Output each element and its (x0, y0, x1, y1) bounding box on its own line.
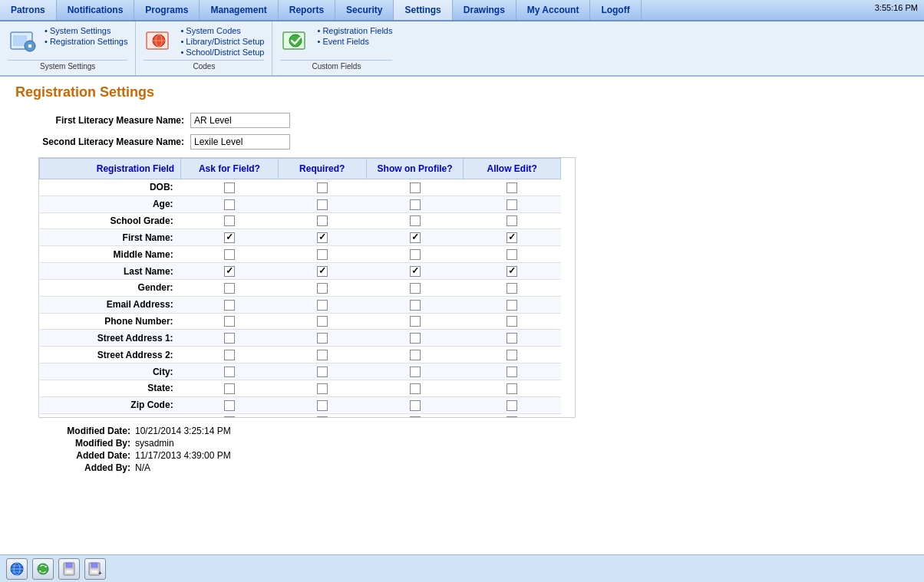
ask-checkbox[interactable] (224, 249, 235, 260)
show-checkbox[interactable] (410, 249, 421, 260)
second-literacy-input[interactable] (190, 134, 290, 150)
edit-checkbox[interactable] (507, 283, 517, 294)
ask-checkbox[interactable] (224, 283, 235, 294)
ribbon-link-registration-settings[interactable]: Registration Settings (45, 37, 127, 46)
ask-checkbox[interactable] (224, 182, 235, 193)
table-scroll[interactable]: Registration Field Ask for Field? Requir… (39, 158, 575, 417)
ask-checkbox-cell (181, 313, 279, 330)
registration-table: Registration Field Ask for Field? Requir… (39, 158, 561, 417)
ribbon-link-registration-fields[interactable]: Registration Fields (317, 26, 392, 35)
show-checkbox[interactable] (410, 333, 421, 344)
nav-patrons[interactable]: Patrons (0, 0, 57, 20)
show-checkbox[interactable] (410, 283, 421, 294)
ask-checkbox[interactable] (224, 367, 235, 377)
edit-checkbox[interactable] (507, 232, 517, 243)
required-checkbox[interactable] (317, 199, 328, 210)
show-checkbox[interactable] (410, 400, 421, 411)
table-row: Phone Number: (40, 313, 561, 330)
nav-notifications[interactable]: Notifications (57, 0, 135, 20)
nav-management[interactable]: Management (200, 0, 278, 20)
table-row: School Grade: (40, 212, 561, 229)
edit-checkbox[interactable] (507, 416, 517, 417)
ribbon-link-event-fields[interactable]: Event Fields (317, 37, 392, 46)
show-checkbox[interactable] (410, 266, 421, 277)
show-checkbox[interactable] (410, 316, 421, 327)
nav-logoff[interactable]: Logoff (590, 0, 641, 20)
edit-checkbox[interactable] (507, 266, 517, 277)
edit-checkbox[interactable] (507, 316, 517, 327)
required-checkbox[interactable] (317, 400, 328, 411)
edit-checkbox-cell (464, 279, 561, 296)
required-checkbox[interactable] (317, 249, 328, 260)
ask-checkbox[interactable] (224, 199, 235, 210)
required-checkbox[interactable] (317, 333, 328, 344)
ask-checkbox[interactable] (224, 416, 235, 417)
show-checkbox[interactable] (410, 215, 421, 226)
show-checkbox[interactable] (410, 300, 421, 311)
show-checkbox-cell (366, 413, 464, 417)
svg-rect-17 (66, 563, 72, 567)
ribbon-link-system-settings[interactable]: System Settings (45, 26, 127, 35)
nav-my-account[interactable]: My Account (516, 0, 591, 20)
required-checkbox[interactable] (317, 350, 328, 360)
refresh-button[interactable] (32, 558, 54, 580)
show-checkbox[interactable] (410, 416, 421, 417)
ask-checkbox[interactable] (224, 383, 235, 394)
required-checkbox[interactable] (317, 283, 328, 294)
save-as-button[interactable]: + (84, 558, 106, 580)
edit-checkbox[interactable] (507, 300, 517, 311)
nav-drawings[interactable]: Drawings (453, 0, 516, 20)
edit-checkbox[interactable] (507, 199, 517, 210)
codes-links[interactable]: System Codes Library/District Setup Scho… (180, 26, 264, 58)
ask-checkbox[interactable] (224, 333, 235, 344)
ask-checkbox[interactable] (224, 316, 235, 327)
ask-checkbox[interactable] (224, 266, 235, 277)
table-row: Email Address: (40, 296, 561, 313)
nav-security[interactable]: Security (335, 0, 394, 20)
required-checkbox[interactable] (317, 416, 328, 417)
first-literacy-input[interactable] (190, 113, 290, 128)
custom-links[interactable]: Registration Fields Event Fields (317, 26, 392, 48)
required-checkbox[interactable] (317, 215, 328, 226)
ribbon-link-library-setup[interactable]: Library/District Setup (180, 37, 264, 46)
required-checkbox[interactable] (317, 232, 328, 243)
required-checkbox[interactable] (317, 300, 328, 311)
show-checkbox[interactable] (410, 232, 421, 243)
save-button[interactable] (58, 558, 80, 580)
nav-settings[interactable]: Settings (394, 0, 452, 20)
globe-button[interactable] (6, 558, 28, 580)
table-row: Middle Name: (40, 246, 561, 263)
ribbon-link-system-codes[interactable]: System Codes (180, 26, 264, 35)
ask-checkbox[interactable] (224, 232, 235, 243)
show-checkbox[interactable] (410, 367, 421, 377)
required-checkbox[interactable] (317, 182, 328, 193)
show-checkbox-cell (366, 330, 464, 347)
show-checkbox[interactable] (410, 199, 421, 210)
ribbon-link-school-setup[interactable]: School/District Setup (180, 48, 264, 57)
required-checkbox[interactable] (317, 383, 328, 394)
edit-checkbox[interactable] (507, 333, 517, 344)
edit-checkbox[interactable] (507, 400, 517, 411)
show-checkbox[interactable] (410, 383, 421, 394)
edit-checkbox[interactable] (507, 350, 517, 360)
required-checkbox-cell (278, 196, 366, 212)
system-settings-links[interactable]: System Settings Registration Settings (45, 26, 127, 48)
ask-checkbox[interactable] (224, 215, 235, 226)
edit-checkbox[interactable] (507, 367, 517, 377)
required-checkbox[interactable] (317, 316, 328, 327)
ask-checkbox[interactable] (224, 350, 235, 360)
edit-checkbox[interactable] (507, 215, 517, 226)
edit-checkbox[interactable] (507, 249, 517, 260)
nav-reports[interactable]: Reports (279, 0, 335, 20)
show-checkbox[interactable] (410, 182, 421, 193)
table-row: Zip Code: (40, 396, 561, 413)
table-row: City: (40, 363, 561, 380)
required-checkbox[interactable] (317, 367, 328, 377)
required-checkbox[interactable] (317, 266, 328, 277)
ask-checkbox[interactable] (224, 300, 235, 311)
nav-programs[interactable]: Programs (134, 0, 200, 20)
ask-checkbox[interactable] (224, 400, 235, 411)
edit-checkbox[interactable] (507, 383, 517, 394)
show-checkbox[interactable] (410, 350, 421, 360)
edit-checkbox[interactable] (507, 182, 517, 193)
